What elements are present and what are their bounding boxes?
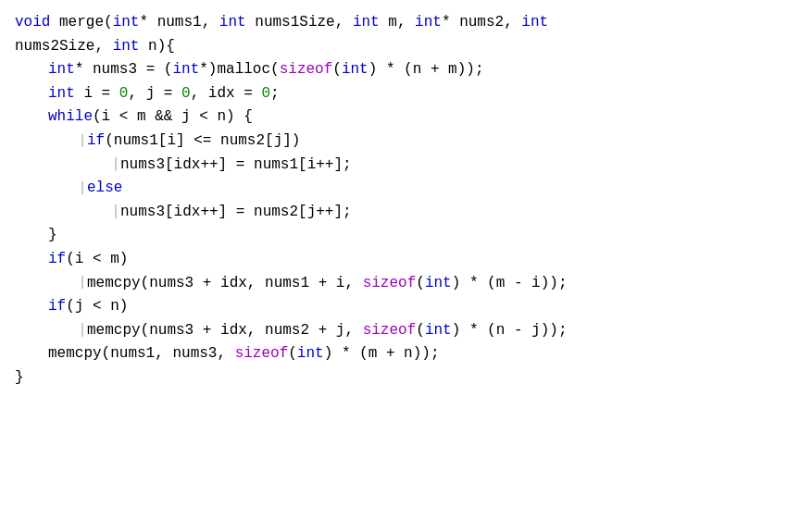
code-line: if(j < n) bbox=[15, 295, 797, 319]
code-line: if(i < m) bbox=[15, 248, 797, 272]
code-line: else bbox=[15, 177, 797, 201]
code-line: int i = 0, j = 0, idx = 0; bbox=[15, 82, 797, 106]
code-line: nums3[idx++] = nums2[j++]; bbox=[15, 201, 797, 225]
code-line: memcpy(nums3 + idx, nums2 + j, sizeof(in… bbox=[15, 319, 797, 343]
code-line: } bbox=[15, 366, 797, 390]
code-line: int* nums3 = (int*)malloc(sizeof(int) * … bbox=[15, 58, 797, 82]
code-line: memcpy(nums3 + idx, nums1 + i, sizeof(in… bbox=[15, 272, 797, 296]
code-line: nums2Size, int n){ bbox=[15, 35, 797, 59]
code-editor: void merge(int* nums1, int nums1Size, in… bbox=[0, 0, 812, 520]
code-line: while(i < m && j < n) { bbox=[15, 105, 797, 130]
code-line: memcpy(nums1, nums3, sizeof(int) * (m + … bbox=[15, 342, 797, 366]
code-line: nums3[idx++] = nums1[i++]; bbox=[15, 154, 797, 178]
code-line: } bbox=[15, 224, 797, 248]
code-line: void merge(int* nums1, int nums1Size, in… bbox=[15, 11, 797, 35]
code-line: if(nums1[i] <= nums2[j]) bbox=[15, 130, 797, 154]
